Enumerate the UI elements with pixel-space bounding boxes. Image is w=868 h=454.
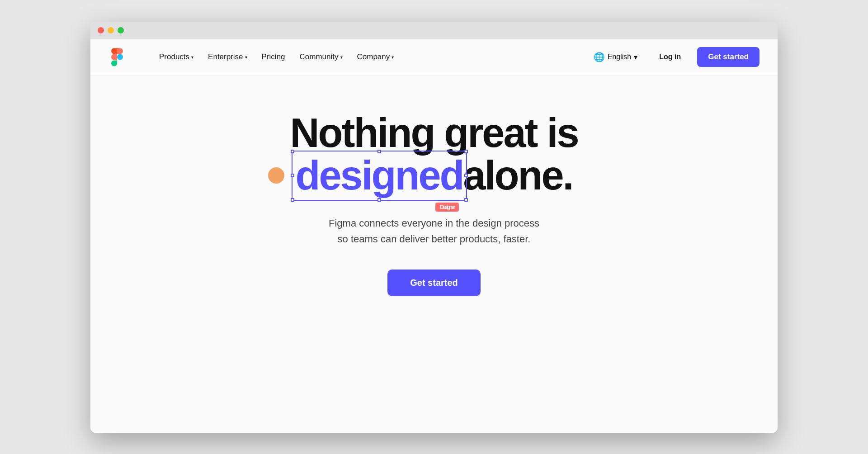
nav-right: 🌐 English ▾ Log in Get started — [588, 47, 760, 67]
nav-links: Products ▾ Enterprise ▾ Pricing Communit… — [153, 49, 588, 65]
page-content: Products ▾ Enterprise ▾ Pricing Communit… — [90, 39, 778, 433]
handle-bottom-left — [291, 198, 294, 202]
figma-logo[interactable] — [108, 44, 126, 70]
get-started-button-nav[interactable]: Get started — [697, 47, 760, 67]
hero-line2: designed Designe — [290, 154, 578, 197]
close-button[interactable] — [98, 27, 104, 33]
chevron-down-icon: ▾ — [392, 55, 394, 60]
nav-item-pricing[interactable]: Pricing — [255, 49, 292, 65]
navbar: Products ▾ Enterprise ▾ Pricing Communit… — [90, 39, 778, 76]
get-started-button-hero[interactable]: Get started — [387, 270, 481, 296]
handle-bottom-right — [464, 198, 468, 202]
chevron-down-icon: ▾ — [191, 55, 193, 60]
nav-item-company[interactable]: Company ▾ — [351, 49, 401, 65]
nav-item-products[interactable]: Products ▾ — [153, 49, 200, 65]
chevron-down-icon: ▾ — [634, 53, 637, 61]
handle-middle-left — [291, 174, 294, 177]
avatar — [268, 167, 284, 184]
handle-bottom-middle — [377, 198, 381, 202]
login-button[interactable]: Log in — [650, 48, 690, 66]
hero-heading: Nothing great is designed — [290, 112, 578, 197]
designed-word: designed Designe — [295, 154, 463, 197]
nav-item-enterprise[interactable]: Enterprise ▾ — [202, 49, 253, 65]
minimize-button[interactable] — [108, 27, 114, 33]
hero-section: Nothing great is designed — [90, 76, 778, 323]
maximize-button[interactable] — [118, 27, 124, 33]
designer-label: Designer — [435, 203, 459, 212]
browser-chrome — [90, 22, 778, 39]
nav-item-community[interactable]: Community ▾ — [293, 49, 349, 65]
chevron-down-icon: ▾ — [340, 55, 343, 60]
hero-subtitle: Figma connects everyone in the design pr… — [329, 215, 539, 247]
language-selector[interactable]: 🌐 English ▾ — [588, 48, 643, 66]
globe-icon: 🌐 — [594, 52, 605, 62]
chevron-down-icon: ▾ — [245, 55, 247, 60]
browser-window: Products ▾ Enterprise ▾ Pricing Communit… — [90, 22, 778, 433]
